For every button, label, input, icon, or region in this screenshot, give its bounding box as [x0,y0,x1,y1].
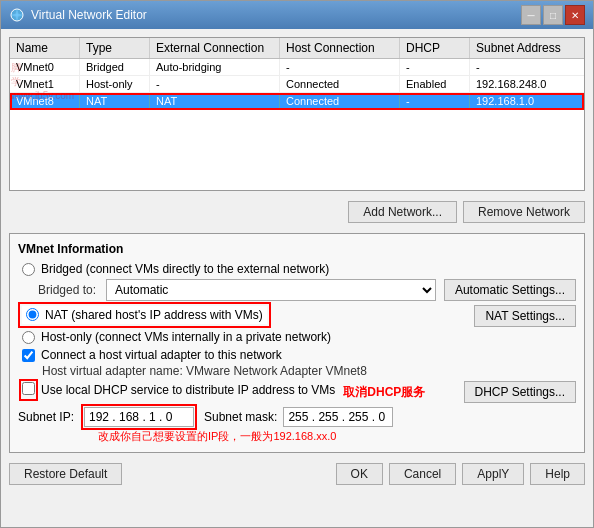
nat-radio[interactable] [26,308,39,321]
table-row[interactable]: VMnet0 Bridged Auto-bridging - - - [10,59,584,76]
cell-type: Host-only [80,76,150,92]
cell-type: Bridged [80,59,150,75]
minimize-button[interactable]: ─ [521,5,541,25]
dhcp-annotation: 取消DHCP服务 [343,384,425,401]
col-host: Host Connection [280,38,400,58]
cell-name: VMnet1 [10,76,80,92]
table-row[interactable]: VMnet1 Host-only - Connected Enabled 192… [10,76,584,93]
dhcp-label: Use local DHCP service to distribute IP … [41,383,335,397]
help-button[interactable]: Help [530,463,585,485]
network-button-bar: Add Network... Remove Network [9,197,585,227]
nat-radio-row: NAT (shared host's IP address with VMs) [22,306,267,324]
title-bar-left: Virtual Network Editor [9,7,147,23]
virtual-network-editor-window: Virtual Network Editor ─ □ ✕ 脚学www.jb5v.… [0,0,594,528]
connect-adapter-label: Connect a host virtual adapter to this n… [41,348,282,362]
window-title: Virtual Network Editor [31,8,147,22]
bridged-to-select[interactable]: Automatic [106,279,436,301]
bridged-radio-label: Bridged (connect VMs directly to the ext… [41,262,329,276]
col-type: Type [80,38,150,58]
dhcp-settings-button[interactable]: DHCP Settings... [464,381,576,403]
maximize-button[interactable]: □ [543,5,563,25]
connect-adapter-checkbox[interactable] [22,349,35,362]
cell-subnet: - [470,59,570,75]
host-only-radio[interactable] [22,331,35,344]
dhcp-checkbox[interactable] [22,382,35,395]
table-empty-area [10,110,584,190]
cell-host: Connected [280,76,400,92]
cell-name: VMnet0 [10,59,80,75]
ip-annotation: 改成你自己想要设置的IP段，一般为192.168.xx.0 [98,429,576,444]
ok-button[interactable]: OK [336,463,383,485]
adapter-name-label: Host virtual adapter name: VMware Networ… [42,364,576,378]
subnet-mask-label: Subnet mask: [204,410,277,424]
network-table: Name Type External Connection Host Conne… [9,37,585,191]
table-row-selected[interactable]: VMnet8 NAT NAT Connected - 192.168.1.0 [10,93,584,110]
bridged-radio-row: Bridged (connect VMs directly to the ext… [22,262,576,276]
cell-external: Auto-bridging [150,59,280,75]
remove-network-button[interactable]: Remove Network [463,201,585,223]
cell-dhcp: Enabled [400,76,470,92]
col-name: Name [10,38,80,58]
cell-external: - [150,76,280,92]
table-body: VMnet0 Bridged Auto-bridging - - - VMnet… [10,59,584,190]
col-subnet: Subnet Address [470,38,570,58]
col-dhcp: DHCP [400,38,470,58]
close-button[interactable]: ✕ [565,5,585,25]
dhcp-check-row: Use local DHCP service to distribute IP … [22,382,335,398]
cell-subnet: 192.168.1.0 [470,93,570,109]
apply-button[interactable]: ApplY [462,463,524,485]
nat-settings-button[interactable]: NAT Settings... [474,305,576,327]
connect-adapter-row: Connect a host virtual adapter to this n… [22,348,576,362]
table-header: Name Type External Connection Host Conne… [10,38,584,59]
host-only-radio-label: Host-only (connect VMs internally in a p… [41,330,331,344]
cell-subnet: 192.168.248.0 [470,76,570,92]
dhcp-checkbox-wrapper [22,382,35,398]
bridged-to-label: Bridged to: [38,283,98,297]
bridged-radio[interactable] [22,263,35,276]
subnet-ip-row: Subnet IP: Subnet mask: [18,407,576,427]
cell-dhcp: - [400,93,470,109]
subnet-ip-input[interactable] [84,407,194,427]
cell-type: NAT [80,93,150,109]
nat-radio-label: NAT (shared host's IP address with VMs) [45,308,263,322]
cell-external: NAT [150,93,280,109]
main-content: Name Type External Connection Host Conne… [1,29,593,527]
bottom-button-bar: Restore Default OK Cancel ApplY Help [9,459,585,487]
add-network-button[interactable]: Add Network... [348,201,457,223]
subnet-ip-label: Subnet IP: [18,410,78,424]
cell-host: Connected [280,93,400,109]
vmnet-info-label: VMnet Information [18,242,576,256]
subnet-mask-input[interactable] [283,407,393,427]
title-bar: Virtual Network Editor ─ □ ✕ [1,1,593,29]
bottom-right: OK Cancel ApplY Help [336,463,585,485]
auto-settings-button[interactable]: Automatic Settings... [444,279,576,301]
bottom-left: Restore Default [9,463,122,485]
col-external: External Connection [150,38,280,58]
cell-dhcp: - [400,59,470,75]
bridged-to-row: Bridged to: Automatic Automatic Settings… [38,279,576,301]
network-icon [9,7,25,23]
cancel-button[interactable]: Cancel [389,463,456,485]
cell-host: - [280,59,400,75]
cell-name: VMnet8 [10,93,80,109]
host-only-radio-row: Host-only (connect VMs internally in a p… [22,330,576,344]
vmnet-info-section: VMnet Information Bridged (connect VMs d… [9,233,585,453]
subnet-ip-box [84,407,194,427]
title-controls: ─ □ ✕ [521,5,585,25]
restore-default-button[interactable]: Restore Default [9,463,122,485]
